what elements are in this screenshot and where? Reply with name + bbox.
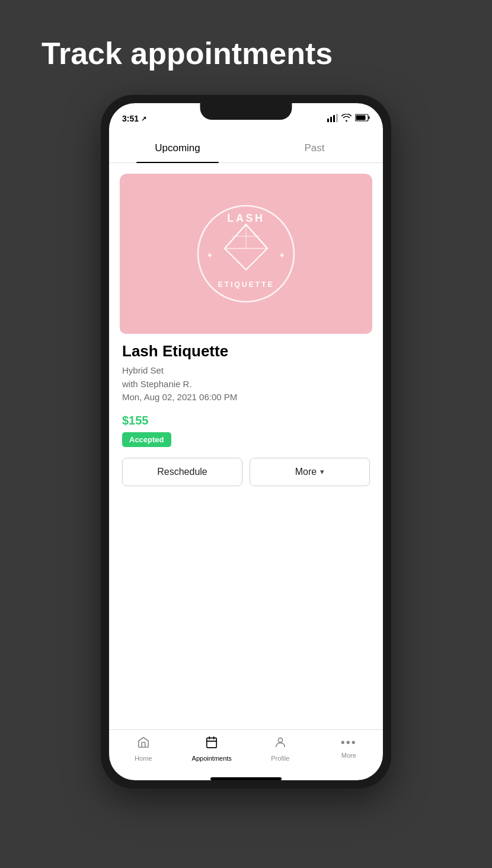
- more-button[interactable]: More ▾: [250, 458, 370, 486]
- action-buttons: Reschedule More ▾: [122, 458, 370, 486]
- appointments-nav-label: Appointments: [192, 755, 232, 762]
- tabs-container: Upcoming Past: [109, 134, 383, 163]
- nav-item-home[interactable]: Home: [109, 736, 178, 762]
- wifi-icon: [341, 114, 352, 123]
- chevron-down-icon: ▾: [320, 467, 324, 476]
- card-details: Lash Etiquette Hybrid Set with Stephanie…: [120, 334, 372, 486]
- nav-item-profile[interactable]: Profile: [246, 736, 315, 762]
- appointments-icon: [205, 736, 218, 752]
- more-dots-icon: •••: [341, 736, 357, 749]
- nav-item-more[interactable]: ••• More: [315, 736, 384, 762]
- status-icons: [327, 114, 370, 124]
- svg-rect-1: [330, 117, 332, 122]
- reschedule-button[interactable]: Reschedule: [122, 458, 242, 486]
- page-title: Track appointments: [0, 36, 333, 71]
- appointment-price: $155: [122, 414, 370, 427]
- business-logo-image: LASH ETIQUETTE ◆ ◆: [120, 174, 372, 334]
- appointment-datetime: Mon, Aug 02, 2021 06:00 PM: [122, 391, 370, 404]
- phone-screen: 3:51 ↗: [109, 103, 383, 780]
- appointment-card: LASH ETIQUETTE ◆ ◆ Lash Etiquette Hybrid…: [120, 174, 372, 498]
- home-icon: [137, 736, 150, 752]
- svg-text:LASH: LASH: [227, 212, 264, 224]
- svg-point-22: [278, 738, 282, 742]
- battery-icon: [355, 114, 370, 123]
- service-name: Hybrid Set: [122, 364, 370, 378]
- profile-nav-label: Profile: [271, 755, 289, 762]
- more-nav-label: More: [341, 752, 356, 759]
- svg-rect-18: [207, 738, 217, 748]
- svg-rect-3: [336, 114, 338, 122]
- svg-text:ETIQUETTE: ETIQUETTE: [218, 280, 274, 289]
- svg-text:◆: ◆: [280, 251, 285, 258]
- phone-shell: 3:51 ↗: [101, 95, 391, 789]
- home-nav-label: Home: [135, 755, 152, 762]
- stylist-name: with Stephanie R.: [122, 378, 370, 391]
- status-time: 3:51 ↗: [122, 114, 146, 123]
- home-indicator: [210, 777, 282, 780]
- nav-item-appointments[interactable]: Appointments: [178, 736, 247, 762]
- svg-text:◆: ◆: [207, 251, 212, 258]
- phone-notch: [200, 103, 292, 120]
- svg-rect-0: [327, 119, 329, 122]
- signal-icon: [327, 114, 338, 124]
- svg-rect-6: [356, 116, 366, 120]
- svg-rect-5: [369, 116, 370, 119]
- status-badge: Accepted: [122, 432, 171, 447]
- tab-past[interactable]: Past: [246, 134, 383, 162]
- location-arrow-icon: ↗: [141, 115, 146, 123]
- bottom-nav: Home Appointments: [109, 729, 383, 774]
- tab-upcoming[interactable]: Upcoming: [109, 134, 246, 162]
- business-name: Lash Etiquette: [122, 342, 370, 360]
- profile-icon: [274, 736, 287, 752]
- svg-rect-2: [333, 115, 335, 122]
- content-area: LASH ETIQUETTE ◆ ◆ Lash Etiquette Hybrid…: [109, 163, 383, 729]
